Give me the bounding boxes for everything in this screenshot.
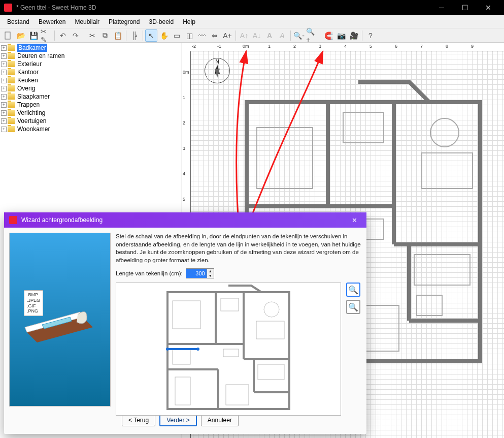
preferences-icon[interactable]: ✂✎	[40, 29, 52, 42]
preview-zoom-in-button[interactable]: 🔍	[346, 283, 360, 297]
ruler-horizontal: -2-10m123456789	[191, 43, 504, 51]
expand-icon[interactable]: +	[1, 102, 7, 108]
next-button[interactable]: Verder >	[159, 414, 197, 426]
text-bigger-icon[interactable]: A↑	[238, 29, 250, 42]
catalog-label: Kantoor	[17, 68, 39, 76]
wizard-illustration-icon	[10, 233, 110, 406]
folder-icon	[8, 69, 15, 75]
video-icon[interactable]: 🎥	[348, 29, 360, 42]
dialog-title-bar[interactable]: Wizard achtergrondafbeelding ✕	[4, 212, 366, 228]
ruler-v-tick: 0m	[183, 70, 189, 75]
back-button[interactable]: < Terug	[122, 414, 155, 426]
catalog-item-deuren-en-ramen[interactable]: +Deuren en ramen	[1, 52, 180, 60]
menu-plattegrond[interactable]: Plattegrond	[105, 17, 144, 27]
dialog-close-button[interactable]: ✕	[347, 214, 361, 226]
expand-icon[interactable]: +	[1, 94, 7, 100]
menu-3dbeeld[interactable]: 3D-beeld	[145, 17, 178, 27]
dimension-tool-icon[interactable]: ⇔	[209, 29, 221, 42]
image-preview[interactable]	[116, 283, 341, 416]
ruler-h-tick: 5	[369, 44, 372, 49]
zoom-in-icon[interactable]: 🔍+	[306, 29, 318, 42]
catalog-item-trappen[interactable]: +Trappen	[1, 101, 180, 109]
app-icon	[4, 4, 12, 12]
catalog-label: Woonkamer	[17, 125, 50, 133]
select-tool-icon[interactable]: ↖	[145, 29, 157, 42]
menu-bar: Bestand Bewerken Meubilair Plattegrond 3…	[0, 15, 504, 28]
text-italic-icon[interactable]: A	[276, 29, 288, 42]
folder-icon	[8, 77, 15, 83]
menu-help[interactable]: Help	[179, 17, 199, 27]
create-photo-icon[interactable]: 🧲	[322, 29, 334, 42]
preview-floorplan-icon	[162, 283, 294, 415]
expand-icon[interactable]: +	[1, 110, 7, 116]
new-icon[interactable]	[2, 29, 14, 42]
spinner-up-icon[interactable]: ▲	[207, 269, 214, 273]
add-furniture-icon[interactable]: ╠	[128, 29, 141, 42]
ruler-h-tick: 0m	[243, 44, 249, 49]
catalog-item-overig[interactable]: +Overig	[1, 84, 180, 92]
expand-icon[interactable]: +	[1, 118, 7, 124]
expand-icon[interactable]: +	[1, 45, 7, 51]
room-tool-icon[interactable]: ◫	[183, 29, 195, 42]
svg-rect-40	[226, 385, 249, 405]
minimize-button[interactable]: ─	[430, 0, 453, 15]
expand-icon[interactable]: +	[1, 53, 7, 59]
zoom-out-icon[interactable]: 🔍-	[293, 29, 305, 42]
help-icon[interactable]: ?	[364, 29, 377, 42]
pan-tool-icon[interactable]: ✋	[158, 29, 170, 42]
ruler-h-tick: 8	[446, 44, 448, 49]
copy-icon[interactable]: ⧉	[99, 29, 111, 42]
catalog-item-badkamer[interactable]: +Badkamer	[1, 44, 180, 52]
save-icon[interactable]: 💾	[27, 29, 40, 42]
text-bold-icon[interactable]: A	[263, 29, 276, 42]
wall-tool-icon[interactable]: ▭	[171, 29, 183, 42]
svg-rect-16	[414, 255, 470, 285]
catalog-item-exterieur[interactable]: +Exterieur	[1, 60, 180, 68]
folder-icon	[8, 110, 15, 116]
catalog-item-woonkamer[interactable]: +Woonkamer	[1, 125, 180, 133]
paste-icon[interactable]: 📋	[112, 29, 124, 42]
length-spinner[interactable]: ▲ ▼	[186, 268, 214, 278]
cut-icon[interactable]: ✂	[86, 29, 98, 42]
dialog-body: .BMP .JPEG .GIF .PNG Stel de schaal van …	[4, 228, 366, 412]
svg-rect-33	[221, 298, 239, 311]
ruler-h-tick: 4	[344, 44, 347, 49]
expand-icon[interactable]: +	[1, 61, 7, 67]
dialog-app-icon	[9, 216, 17, 224]
text-tool-icon[interactable]: A+	[221, 29, 233, 42]
menu-meubilair[interactable]: Meubilair	[71, 17, 104, 27]
svg-rect-17	[417, 295, 442, 316]
catalog-item-kantoor[interactable]: +Kantoor	[1, 68, 180, 76]
expand-icon[interactable]: +	[1, 78, 7, 83]
catalog-item-slaapkamer[interactable]: +Slaapkamer	[1, 92, 180, 101]
polyline-tool-icon[interactable]: 〰	[196, 29, 208, 42]
wizard-instructions: Stel de schaal van de afbeelding in, doo…	[116, 233, 361, 264]
wizard-dialog: Wizard achtergrondafbeelding ✕ .BMP .JPE…	[4, 212, 366, 434]
expand-icon[interactable]: +	[1, 86, 7, 91]
expand-icon[interactable]: +	[1, 127, 7, 132]
catalog-item-keuken[interactable]: +Keuken	[1, 76, 180, 84]
catalog-item-voertuigen[interactable]: +Voertuigen	[1, 117, 180, 125]
length-label: Lengte van tekenlijn (cm):	[116, 270, 183, 276]
catalog-label: Trappen	[17, 101, 40, 109]
open-icon[interactable]: 📂	[15, 29, 27, 42]
cancel-button[interactable]: Annuleer	[201, 414, 239, 426]
ruler-h-tick: 3	[319, 44, 321, 49]
svg-point-12	[430, 118, 459, 147]
photo-icon[interactable]: 📷	[335, 29, 347, 42]
spinner-down-icon[interactable]: ▼	[207, 273, 214, 278]
expand-icon[interactable]: +	[1, 70, 7, 75]
ruler-h-tick: 9	[471, 44, 474, 49]
catalog-item-verlichting[interactable]: +Verlichting	[1, 109, 180, 117]
length-input[interactable]	[186, 269, 207, 278]
svg-rect-38	[258, 364, 284, 380]
text-smaller-icon[interactable]: A↓	[251, 29, 263, 42]
redo-icon[interactable]: ↷	[70, 29, 82, 42]
menu-bestand[interactable]: Bestand	[3, 17, 33, 27]
menu-bewerken[interactable]: Bewerken	[35, 17, 70, 27]
preview-zoom-out-button[interactable]: 🔍	[346, 300, 360, 314]
maximize-button[interactable]: ☐	[453, 0, 477, 15]
catalog-label: Exterieur	[17, 60, 42, 68]
undo-icon[interactable]: ↶	[57, 29, 69, 42]
close-button[interactable]: ✕	[477, 0, 500, 15]
